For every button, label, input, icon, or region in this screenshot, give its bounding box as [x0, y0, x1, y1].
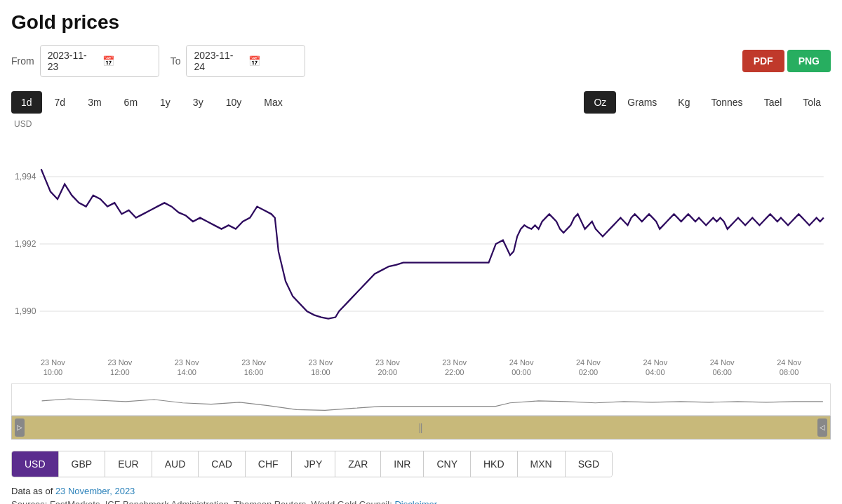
mini-chart-container: ▷ ◁ ‖ [11, 383, 831, 440]
x-axis: 23 Nov10:0023 Nov12:0023 Nov14:0023 Nov1… [11, 356, 831, 378]
x-tick: 23 Nov12:00 [107, 357, 132, 378]
unit-btn-kg[interactable]: Kg [668, 91, 700, 114]
to-calendar-icon[interactable]: 📅 [248, 55, 298, 67]
footer: Data as of 23 November, 2023 Sources: Fa… [11, 486, 831, 504]
currency-tab-jpy[interactable]: JPY [292, 451, 336, 477]
controls-row: From 2023-11-23 📅 To 2023-11-24 📅 PDF PN… [11, 45, 831, 77]
currency-tab-hkd[interactable]: HKD [471, 451, 518, 477]
currency-tab-gbp[interactable]: GBP [59, 451, 106, 477]
x-tick: 23 Nov20:00 [375, 357, 400, 378]
x-tick: 23 Nov16:00 [241, 357, 266, 378]
sources-text: Sources: FastMarkets, ICE Benchmark Admi… [11, 499, 392, 504]
slider-handle-right[interactable]: ◁ [817, 418, 827, 437]
from-label: From [11, 55, 34, 67]
from-calendar-icon[interactable]: 📅 [102, 55, 152, 67]
currency-tab-cny[interactable]: CNY [424, 451, 471, 477]
time-btn-max[interactable]: Max [254, 91, 292, 114]
data-note-prefix: Data as of [11, 486, 55, 496]
x-tick: 23 Nov10:00 [41, 357, 65, 378]
x-tick: 23 Nov18:00 [309, 357, 333, 378]
time-btn-3y[interactable]: 3y [183, 91, 213, 114]
x-tick: 24 Nov00:00 [509, 357, 534, 378]
main-chart-wrapper: 1,994 1,992 1,990 [11, 132, 831, 356]
x-tick: 24 Nov06:00 [710, 357, 735, 378]
slider-center-handle: ‖ [418, 422, 425, 433]
export-buttons: PDF PNG [742, 50, 831, 72]
currency-tab-sgd[interactable]: SGD [566, 451, 612, 477]
svg-text:1,992: 1,992 [15, 239, 36, 249]
time-range-row: 1d7d3m6m1y3y10yMax OzGramsKgTonnesTaelTo… [11, 91, 831, 114]
unit-btn-tola[interactable]: Tola [793, 91, 831, 114]
svg-text:1,994: 1,994 [15, 172, 36, 182]
currency-tab-mxn[interactable]: MXN [518, 451, 566, 477]
currency-tab-aud[interactable]: AUD [152, 451, 199, 477]
to-label: To [171, 55, 181, 67]
x-tick: 24 Nov04:00 [643, 357, 667, 378]
currency-tab-cad[interactable]: CAD [199, 451, 246, 477]
main-chart-svg: 1,994 1,992 1,990 [11, 132, 831, 356]
mini-chart-svg [11, 383, 831, 416]
slider-handle-left[interactable]: ▷ [15, 418, 25, 437]
time-btn-1d[interactable]: 1d [11, 91, 42, 114]
time-btn-1y[interactable]: 1y [150, 91, 180, 114]
time-btn-6m[interactable]: 6m [114, 91, 147, 114]
currency-tab-chf[interactable]: CHF [246, 451, 292, 477]
png-button[interactable]: PNG [787, 50, 831, 72]
data-note: Data as of 23 November, 2023 [11, 486, 831, 496]
to-date-input[interactable]: 2023-11-24 📅 [186, 45, 305, 77]
data-note-date[interactable]: 23 November, 2023 [55, 486, 135, 496]
to-date-value: 2023-11-24 [194, 50, 243, 72]
unit-buttons: OzGramsKgTonnesTaelTola [584, 91, 831, 114]
unit-btn-oz[interactable]: Oz [584, 91, 616, 114]
currency-tab-inr[interactable]: INR [381, 451, 424, 477]
unit-btn-tonnes[interactable]: Tonnes [701, 91, 752, 114]
time-range-buttons: 1d7d3m6m1y3y10yMax [11, 91, 293, 114]
unit-btn-tael[interactable]: Tael [754, 91, 792, 114]
chart-area: USD 1,994 1,992 1,990 23 Nov10:0023 Nov1… [11, 119, 831, 378]
from-date-value: 2023-11-23 [48, 50, 97, 72]
x-tick: 23 Nov22:00 [442, 357, 467, 378]
time-btn-7d[interactable]: 7d [45, 91, 76, 114]
time-btn-10y[interactable]: 10y [216, 91, 252, 114]
mini-slider-bar[interactable]: ▷ ◁ ‖ [11, 416, 831, 440]
time-btn-3m[interactable]: 3m [78, 91, 111, 114]
disclaimer-link[interactable]: Disclaimer [394, 499, 437, 504]
from-date-input[interactable]: 2023-11-23 📅 [40, 45, 159, 77]
data-source: Sources: FastMarkets, ICE Benchmark Admi… [11, 499, 831, 504]
currency-tab-usd[interactable]: USD [12, 451, 59, 477]
pdf-button[interactable]: PDF [742, 50, 784, 72]
y-axis-label: USD [11, 119, 831, 129]
currency-tab-eur[interactable]: EUR [105, 451, 152, 477]
currency-tab-zar[interactable]: ZAR [335, 451, 381, 477]
x-tick: 24 Nov08:00 [777, 357, 801, 378]
currency-tabs: USDGBPEURAUDCADCHFJPYZARINRCNYHKDMXNSGD [11, 451, 613, 477]
x-tick: 23 Nov14:00 [175, 357, 199, 378]
svg-text:1,990: 1,990 [15, 306, 36, 316]
unit-btn-grams[interactable]: Grams [617, 91, 667, 114]
x-tick: 24 Nov02:00 [576, 357, 601, 378]
page-title: Gold prices [11, 11, 831, 34]
